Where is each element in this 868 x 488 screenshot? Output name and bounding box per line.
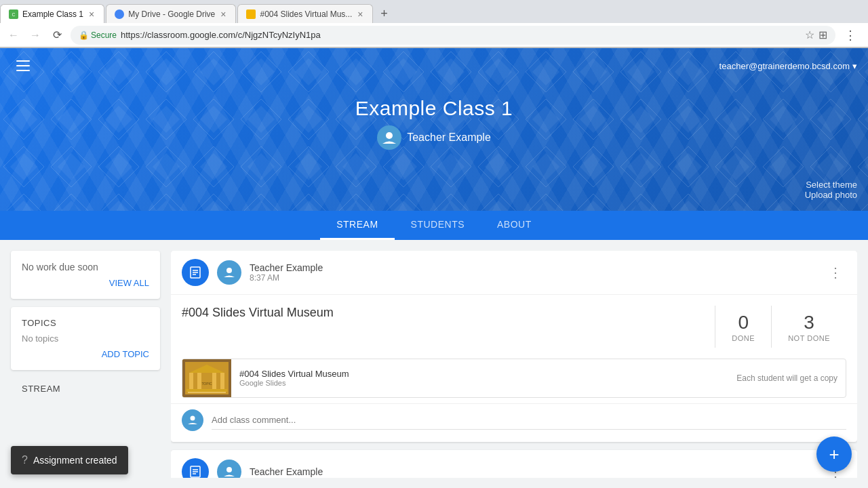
snackbar-icon: ? — [22, 454, 28, 466]
reload-button[interactable]: ⟳ — [49, 27, 65, 43]
svg-rect-19 — [220, 373, 224, 389]
tab1-close[interactable]: × — [87, 9, 96, 20]
tab-about[interactable]: ABOUT — [481, 211, 548, 240]
svg-text:C: C — [12, 12, 15, 17]
header-top-bar: teacher@gtrainerdemo.bcsd.com ▾ — [0, 48, 868, 83]
post-time: 8:37 AM — [250, 273, 816, 283]
url-bar[interactable]: 🔒 Secure https://classroom.google.com/c/… — [71, 26, 835, 45]
attachment-card[interactable]: TOPIC #004 Slides Virtual Museum Google … — [182, 359, 846, 398]
url-text: https://classroom.google.com/c/NjgzNTcyN… — [121, 30, 321, 40]
poster-2-avatar — [217, 460, 241, 478]
assignment-title-section: #004 Slides Virtual Museum — [182, 306, 704, 348]
snackbar: ? Assignment created — [11, 446, 128, 474]
svg-rect-5 — [16, 60, 30, 62]
attachment-info: #004 Slides Virtual Museum Google Slides — [231, 363, 736, 392]
svg-rect-17 — [197, 373, 201, 389]
tab-example-class[interactable]: C Example Class 1 × — [0, 4, 104, 23]
add-topic-link[interactable]: ADD TOPIC — [22, 349, 149, 359]
done-label: DONE — [732, 334, 755, 342]
attachment-area: TOPIC #004 Slides Virtual Museum Google … — [171, 359, 857, 403]
poster-info: Teacher Example 8:37 AM — [250, 262, 816, 283]
attachment-copy-note: Each student will get a copy — [736, 373, 846, 383]
no-topics-text: No topics — [22, 333, 149, 344]
svg-rect-6 — [16, 65, 30, 66]
browser-chrome: C Example Class 1 × My Drive - Google Dr… — [0, 0, 868, 48]
sidebar: No work due soon VIEW ALL TOPICS No topi… — [11, 251, 160, 478]
poster-name: Teacher Example — [250, 262, 816, 273]
poster-2-name: Teacher Example — [250, 466, 816, 477]
teacher-avatar — [377, 125, 401, 150]
new-tab-button[interactable]: + — [374, 4, 393, 23]
svg-rect-16 — [189, 373, 193, 389]
comment-input[interactable] — [212, 411, 846, 430]
poster-avatar — [217, 260, 241, 285]
grid-icon[interactable]: ⊞ — [818, 28, 827, 41]
tab2-favicon — [115, 9, 124, 19]
header-actions: Select theme Upload photo — [805, 180, 857, 200]
user-email: teacher@gtrainerdemo.bcsd.com — [719, 61, 850, 71]
header-user[interactable]: teacher@gtrainerdemo.bcsd.com ▾ — [719, 61, 857, 71]
assignment-title: #004 Slides Virtual Museum — [182, 306, 704, 320]
tab2-label: My Drive - Google Drive — [128, 9, 215, 19]
secure-indicator: 🔒 Secure — [79, 30, 117, 40]
url-icons: ☆ ⊞ — [805, 28, 827, 41]
svg-point-8 — [386, 132, 393, 139]
upload-photo-link[interactable]: Upload photo — [805, 190, 857, 200]
assignment-body: #004 Slides Virtual Museum 0 DONE 3 NOT … — [171, 295, 857, 359]
forward-button[interactable]: → — [27, 27, 43, 43]
not-done-stat: 3 NOT DONE — [772, 306, 846, 348]
select-theme-link[interactable]: Select theme — [805, 180, 857, 190]
svg-point-29 — [226, 467, 232, 472]
comment-area — [171, 403, 857, 442]
teacher-info: Teacher Example — [377, 125, 491, 150]
topics-title: TOPICS — [22, 318, 149, 328]
user-dropdown-icon: ▾ — [852, 61, 857, 71]
poster-2-info: Teacher Example — [250, 466, 816, 477]
tab-google-drive[interactable]: My Drive - Google Drive × — [106, 4, 236, 23]
tab-slides[interactable]: #004 Slides Virtual Mus... × — [237, 4, 373, 23]
bookmark-icon[interactable]: ☆ — [805, 28, 814, 41]
svg-rect-7 — [16, 70, 30, 71]
class-title: Example Class 1 — [355, 97, 513, 120]
back-button[interactable]: ← — [5, 27, 22, 43]
not-done-label: NOT DONE — [788, 334, 830, 342]
main-content: No work due soon VIEW ALL TOPICS No topi… — [0, 240, 868, 488]
assignment-card-1: Teacher Example 8:37 AM ⋮ #004 Slides Vi… — [171, 251, 857, 442]
tab-students[interactable]: STUDENTS — [395, 211, 481, 240]
topics-card: TOPICS No topics ADD TOPIC — [11, 307, 160, 370]
attachment-file-name: #004 Slides Virtual Museum — [239, 369, 728, 379]
comment-avatar — [182, 409, 203, 431]
tab-bar: C Example Class 1 × My Drive - Google Dr… — [0, 0, 868, 23]
attachment-file-type: Google Slides — [239, 379, 728, 387]
stream-section-title: STREAM — [11, 378, 160, 399]
create-fab[interactable]: + — [816, 436, 852, 472]
assignment-card-header: Teacher Example 8:37 AM ⋮ — [171, 251, 857, 295]
tab-stream[interactable]: STREAM — [320, 211, 394, 240]
tab3-label: #004 Slides Virtual Mus... — [260, 9, 352, 19]
assignment-card-2-header: Teacher Example ⋮ — [171, 450, 857, 478]
done-count: 0 — [738, 311, 749, 334]
done-stat: 0 DONE — [715, 306, 772, 348]
stats-section: 0 DONE 3 NOT DONE — [715, 306, 846, 348]
no-work-text: No work due soon — [22, 262, 149, 272]
svg-rect-21 — [186, 389, 227, 392]
attachment-thumbnail: TOPIC — [182, 359, 231, 397]
assignment-icon — [182, 259, 209, 286]
browser-menu-button[interactable]: ⋮ — [841, 26, 860, 45]
svg-point-24 — [191, 415, 195, 420]
view-all-link[interactable]: VIEW ALL — [22, 278, 149, 288]
more-options-button[interactable]: ⋮ — [825, 262, 846, 283]
tab1-favicon: C — [9, 9, 18, 19]
no-work-card: No work due soon VIEW ALL — [11, 251, 160, 299]
assignment-2-icon — [182, 458, 209, 478]
tab2-close[interactable]: × — [219, 9, 227, 20]
svg-text:TOPIC: TOPIC — [201, 382, 212, 386]
tab3-favicon — [246, 9, 256, 19]
fab-icon: + — [829, 444, 839, 465]
hamburger-button[interactable] — [11, 54, 35, 78]
page-container: teacher@gtrainerdemo.bcsd.com ▾ Example … — [0, 48, 868, 488]
feed-area: Teacher Example 8:37 AM ⋮ #004 Slides Vi… — [171, 251, 857, 478]
tab3-close[interactable]: × — [356, 9, 364, 20]
stream-section: STREAM — [11, 378, 160, 399]
classroom-header: teacher@gtrainerdemo.bcsd.com ▾ Example … — [0, 48, 868, 211]
